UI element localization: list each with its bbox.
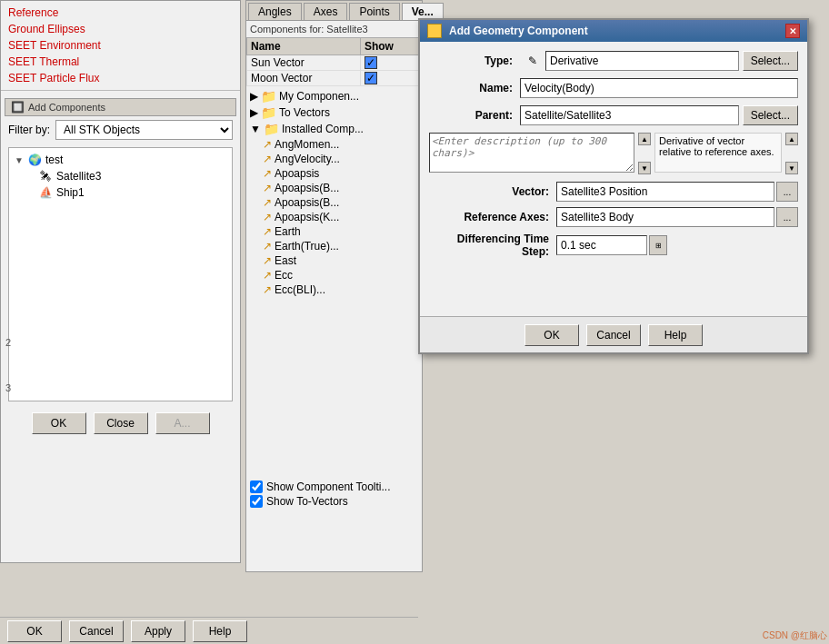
comp-label-ecc-bli: Ecc(BLI)... xyxy=(275,283,325,296)
show-tovectors-checkbox[interactable] xyxy=(250,495,263,508)
list-item-east[interactable]: ↗ East xyxy=(248,253,420,268)
main-window: Reference Ground Ellipses SEET Environme… xyxy=(0,0,829,644)
type-input[interactable] xyxy=(545,51,739,71)
apply-button-panel[interactable]: A... xyxy=(155,412,210,434)
help-button-main[interactable]: Help xyxy=(193,620,247,642)
parent-input[interactable] xyxy=(520,105,739,125)
list-item-earth[interactable]: ↗ Earth xyxy=(248,224,420,239)
sidebar-item-seet-env[interactable]: SEET Environment xyxy=(1,37,240,54)
info-scroll-up[interactable]: ▲ xyxy=(785,133,798,145)
desc-arrow-down[interactable]: ▼ xyxy=(638,162,651,174)
tab-points[interactable]: Points xyxy=(349,3,399,20)
ok-button-panel[interactable]: OK xyxy=(32,412,86,434)
object-tree: ▼ 🌍 test 🛰 Satellite3 ⛵ Ship1 xyxy=(8,147,233,401)
reference-axes-btn[interactable]: ... xyxy=(776,207,798,227)
add-geometry-dialog: Add Geometry Component ✕ Type: ✎ Select.… xyxy=(418,18,809,354)
moon-vector-show[interactable]: ✓ xyxy=(360,71,421,86)
differencing-spin-btn[interactable]: ⊞ xyxy=(649,235,667,255)
differencing-label: Differencing Time Step: xyxy=(429,233,556,258)
list-item-apoapsis-k[interactable]: ↗ Apoapsis(K... xyxy=(248,210,420,224)
comp-arrow-icon-2: ↗ xyxy=(263,153,272,165)
comp-arrow-icon-5: ↗ xyxy=(263,196,272,209)
vector-section: Vector: ... Reference Axes: ... Differen… xyxy=(429,182,798,258)
panel-title-bar: 🔲 Add Components xyxy=(5,98,236,116)
moon-vector-name: Moon Vector xyxy=(247,71,361,86)
panel-title: Add Components xyxy=(28,102,105,113)
list-item-angvelocity[interactable]: ↗ AngVelocity... xyxy=(248,152,420,166)
tab-axes[interactable]: Axes xyxy=(304,3,348,20)
tree-label-satellite3: Satellite3 xyxy=(56,170,101,183)
col-show: Show xyxy=(360,38,421,55)
ok-button-main[interactable]: OK xyxy=(7,620,62,642)
vector-btn[interactable]: ... xyxy=(776,182,798,202)
desc-scrollbar: ▲ ▼ xyxy=(638,133,651,174)
folder-to-vectors[interactable]: ▶ 📁 To Vectors xyxy=(248,104,420,121)
apply-button-main[interactable]: Apply xyxy=(131,620,185,642)
description-input[interactable] xyxy=(429,133,634,173)
close-button-panel[interactable]: Close xyxy=(94,412,148,434)
comp-label-earth-true: Earth(True)... xyxy=(275,240,339,253)
folder-installed[interactable]: ▼ 📁 Installed Comp... xyxy=(248,121,420,137)
filter-row: Filter by: All STK Objects xyxy=(5,116,236,144)
dialog-title: Add Geometry Component xyxy=(449,25,588,37)
main-panel: Angles Axes Points Ve... Components for:… xyxy=(245,0,423,572)
cancel-button-main[interactable]: Cancel xyxy=(69,620,124,642)
sidebar-item-reference[interactable]: Reference xyxy=(1,5,240,21)
info-scroll-down[interactable]: ▼ xyxy=(785,162,798,174)
list-item-angmomen[interactable]: ↗ AngMomen... xyxy=(248,137,420,152)
folder-expand-3: ▼ xyxy=(250,123,261,135)
list-item-ecc-bli[interactable]: ↗ Ecc(BLI)... xyxy=(248,282,420,297)
table-row-sun[interactable]: Sun Vector ✓ xyxy=(247,55,422,71)
comp-arrow-icon-1: ↗ xyxy=(263,138,272,151)
filter-select[interactable]: All STK Objects xyxy=(55,120,233,140)
component-list: ▶ 📁 My Componen... ▶ 📁 To Vectors ▼ 📁 In… xyxy=(246,86,422,477)
dialog-bottom-buttons: OK Cancel Help xyxy=(420,316,807,352)
expand-icon[interactable]: ▼ xyxy=(15,155,24,165)
sidebar-item-seet-flux[interactable]: SEET Particle Flux xyxy=(1,70,240,86)
sidebar-item-ground-ellipses[interactable]: Ground Ellipses xyxy=(1,21,240,37)
component-table: Name Show Sun Vector ✓ Moon Vector ✓ xyxy=(246,37,422,86)
row-number-2: 2 xyxy=(1,337,15,348)
comp-arrow-icon-8: ↗ xyxy=(263,240,272,253)
folder-my-components[interactable]: ▶ 📁 My Componen... xyxy=(248,88,420,104)
desc-arrow-up[interactable]: ▲ xyxy=(638,133,651,145)
dialog-help-button[interactable]: Help xyxy=(648,324,703,346)
table-row-moon[interactable]: Moon Vector ✓ xyxy=(247,71,422,86)
vector-input[interactable] xyxy=(556,182,774,202)
differencing-input[interactable] xyxy=(556,235,647,255)
folder-icon-2: 📁 xyxy=(261,105,276,120)
show-tooltip-label: Show Component Toolti... xyxy=(266,481,391,493)
sun-vector-checkbox[interactable]: ✓ xyxy=(365,56,377,69)
tree-item-ship1[interactable]: ⛵ Ship1 xyxy=(24,184,228,201)
list-item-ecc[interactable]: ↗ Ecc xyxy=(248,268,420,282)
name-input[interactable] xyxy=(520,78,798,98)
type-select-button[interactable]: Select... xyxy=(743,51,798,71)
list-item-apoapsis[interactable]: ↗ Apoapsis xyxy=(248,166,420,181)
list-item-earth-true[interactable]: ↗ Earth(True)... xyxy=(248,239,420,253)
tree-item-test[interactable]: ▼ 🌍 test xyxy=(13,152,228,168)
name-row: Name: xyxy=(429,78,798,98)
type-label: Type: xyxy=(429,54,520,67)
parent-select-button[interactable]: Select... xyxy=(743,105,798,125)
list-item-apoapsis-b1[interactable]: ↗ Apoapsis(B... xyxy=(248,181,420,195)
dialog-close-button[interactable]: ✕ xyxy=(785,24,800,38)
parent-label: Parent: xyxy=(429,109,520,122)
folder-label-2: To Vectors xyxy=(279,106,330,119)
comp-label-apoapsis: Apoapsis xyxy=(275,167,319,180)
description-row: ▲ ▼ Derivative of vector relative to ref… xyxy=(429,133,798,174)
parent-row: Parent: Select... xyxy=(429,105,798,125)
folder-label-3: Installed Comp... xyxy=(282,123,364,135)
col-name: Name xyxy=(247,38,361,55)
moon-vector-checkbox[interactable]: ✓ xyxy=(365,72,377,84)
tree-item-satellite3[interactable]: 🛰 Satellite3 xyxy=(24,168,228,184)
checkboxes-section: Show Component Toolti... Show To-Vectors xyxy=(246,477,422,511)
tab-angles[interactable]: Angles xyxy=(248,3,302,20)
sidebar-item-seet-thermal[interactable]: SEET Thermal xyxy=(1,54,240,70)
comp-label-east: East xyxy=(275,254,296,267)
list-item-apoapsis-b2[interactable]: ↗ Apoapsis(B... xyxy=(248,195,420,210)
dialog-cancel-button[interactable]: Cancel xyxy=(586,324,641,346)
show-tooltip-checkbox[interactable] xyxy=(250,481,263,493)
sun-vector-show[interactable]: ✓ xyxy=(360,55,421,71)
reference-axes-input[interactable] xyxy=(556,207,774,227)
dialog-ok-button[interactable]: OK xyxy=(524,324,579,346)
